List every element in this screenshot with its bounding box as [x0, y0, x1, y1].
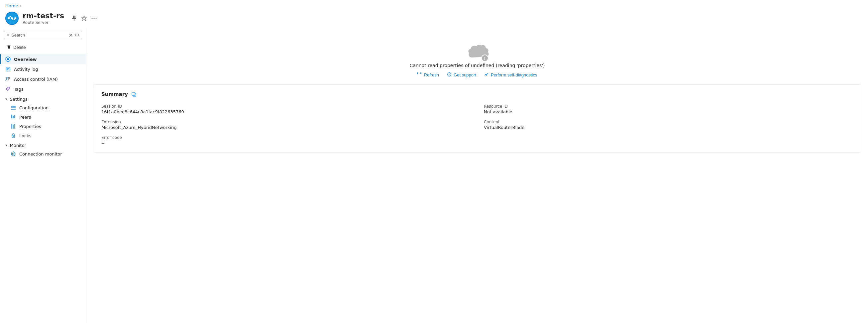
resource-id-value: Not available [484, 109, 853, 114]
settings-section[interactable]: ▾ Settings [0, 94, 86, 103]
diagnostics-button[interactable]: Perform self-diagnostics [484, 72, 537, 78]
extension-label: Extension [101, 120, 470, 124]
svg-rect-43 [132, 92, 135, 95]
svg-text:?: ? [448, 73, 450, 76]
resource-icon [5, 12, 19, 25]
monitor-chevron: ▾ [5, 143, 7, 148]
sidebar-item-iam[interactable]: Access control (IAM) [0, 74, 86, 84]
peers-icon [11, 114, 16, 120]
content-area: ! Cannot read properties of undefined (r… [86, 28, 868, 323]
page-subtitle: Route Server [23, 20, 64, 25]
breadcrumb: Home › [0, 0, 868, 10]
svg-point-8 [96, 18, 97, 19]
error-section: ! Cannot read properties of undefined (r… [86, 28, 868, 85]
sidebar-item-configuration[interactable]: Configuration [0, 103, 86, 112]
iam-label: Access control (IAM) [14, 77, 58, 82]
content-value: VirtualRouterBlade [484, 125, 853, 130]
search-input[interactable] [11, 33, 67, 37]
svg-rect-25 [13, 116, 14, 118]
resource-id-label: Resource ID [484, 104, 853, 109]
svg-rect-26 [14, 115, 15, 118]
session-id-value: 16f1a0bee8c644c8a1fac9f822635769 [101, 109, 470, 114]
collapse-search-button[interactable] [74, 33, 79, 37]
sidebar-item-tags[interactable]: Tags [0, 84, 86, 94]
summary-card: Summary Session ID 16f1a0bee8c644c8a1fac… [93, 85, 861, 153]
error-code-label: Error code [101, 135, 470, 140]
more-button[interactable] [91, 15, 97, 22]
config-icon [11, 105, 16, 110]
content-field: Content VirtualRouterBlade [484, 120, 853, 130]
properties-icon [11, 124, 16, 129]
error-actions: Refresh ? Get support Perform self-diagn… [417, 72, 537, 78]
monitor-section[interactable]: ▾ Monitor [0, 140, 86, 149]
svg-point-14 [7, 58, 9, 60]
error-message: Cannot read properties of undefined (rea… [410, 63, 545, 68]
sidebar-item-overview[interactable]: Overview [0, 54, 86, 64]
svg-rect-22 [11, 107, 16, 108]
page-title: rm-test-rs [23, 12, 64, 20]
svg-point-2 [8, 17, 10, 19]
overview-label: Overview [14, 57, 37, 62]
svg-point-7 [94, 18, 95, 19]
svg-point-3 [11, 17, 13, 19]
sidebar-item-connection-monitor[interactable]: Connection monitor [0, 149, 86, 159]
sidebar: Delete Overview Activity log Access cont… [0, 28, 86, 323]
monitor-label: Monitor [10, 143, 26, 148]
locks-label: Locks [19, 133, 31, 138]
svg-rect-30 [14, 124, 15, 129]
content-label: Content [484, 120, 853, 124]
connection-icon [11, 151, 16, 157]
svg-text:!: ! [484, 56, 486, 61]
summary-title: Summary [101, 91, 128, 97]
svg-rect-29 [13, 125, 14, 129]
svg-marker-5 [82, 16, 86, 21]
sidebar-item-properties[interactable]: Properties [0, 122, 86, 131]
settings-label: Settings [10, 97, 28, 102]
delete-button[interactable]: Delete [4, 43, 29, 52]
settings-chevron: ▾ [5, 97, 7, 101]
svg-point-19 [8, 77, 10, 79]
support-button[interactable]: ? Get support [447, 72, 476, 78]
breadcrumb-separator: › [20, 4, 22, 8]
diagnostics-label: Perform self-diagnostics [491, 72, 537, 77]
properties-label: Properties [19, 124, 41, 129]
svg-rect-21 [11, 106, 16, 107]
error-code-value: -- [101, 140, 470, 146]
sidebar-item-peers[interactable]: Peers [0, 112, 86, 122]
error-code-field: Error code -- [101, 135, 470, 146]
main-layout: Delete Overview Activity log Access cont… [0, 28, 868, 323]
delete-label: Delete [13, 45, 26, 50]
svg-point-35 [13, 154, 13, 154]
summary-grid: Session ID 16f1a0bee8c644c8a1fac9f822635… [101, 104, 853, 146]
resource-id-field: Resource ID Not available [484, 104, 853, 114]
refresh-button[interactable]: Refresh [417, 72, 439, 78]
svg-line-10 [8, 36, 9, 36]
summary-header: Summary [101, 91, 853, 97]
overview-icon [5, 57, 11, 62]
favorite-button[interactable] [81, 15, 87, 22]
activity-log-label: Activity log [14, 67, 38, 72]
connection-monitor-label: Connection monitor [19, 152, 62, 157]
pin-button[interactable] [71, 15, 78, 22]
summary-copy-button[interactable] [131, 92, 136, 97]
page-header-titles: rm-test-rs Route Server [23, 12, 64, 25]
tags-label: Tags [14, 87, 24, 92]
svg-point-18 [7, 77, 8, 79]
svg-point-20 [9, 88, 9, 88]
session-id-label: Session ID [101, 104, 470, 109]
monitor-subitems: Connection monitor [0, 149, 86, 159]
refresh-label: Refresh [424, 72, 439, 77]
delete-icon [7, 44, 11, 50]
search-box [4, 31, 82, 39]
support-icon: ? [447, 72, 452, 78]
svg-rect-15 [6, 67, 10, 71]
home-link[interactable]: Home [5, 3, 18, 8]
sidebar-item-locks[interactable]: Locks [0, 131, 86, 140]
svg-point-4 [14, 17, 16, 19]
search-clear-button[interactable] [69, 34, 72, 37]
sidebar-toolbar: Delete [0, 42, 86, 54]
svg-rect-28 [11, 124, 12, 129]
activity-icon [5, 66, 11, 72]
svg-rect-23 [11, 109, 16, 110]
sidebar-item-activity-log[interactable]: Activity log [0, 64, 86, 74]
